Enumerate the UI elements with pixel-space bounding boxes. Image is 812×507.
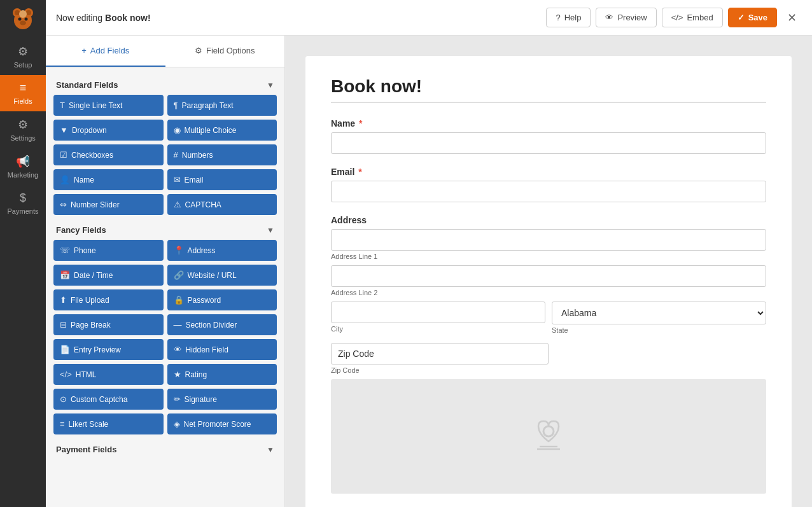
standard-fields-chevron: ▼ xyxy=(267,81,274,90)
fancy-fields-title: Fancy Fields xyxy=(56,225,106,235)
hidden-field-label: Hidden Field xyxy=(186,345,228,354)
field-html[interactable]: </> HTML xyxy=(53,364,164,385)
name-label-text: Name xyxy=(331,118,355,128)
address-icon: 📍 xyxy=(174,246,184,255)
address-city-wrapper: City xyxy=(331,302,545,339)
name-icon: 👤 xyxy=(60,175,70,184)
preview-button[interactable]: 👁 Preview xyxy=(596,8,656,27)
field-entry-preview[interactable]: 📄 Entry Preview xyxy=(53,339,164,360)
address-city-input[interactable] xyxy=(331,302,545,323)
setup-icon: ⚙ xyxy=(18,45,28,59)
field-multiple-choice[interactable]: ◉ Multiple Choice xyxy=(167,120,277,141)
name-input[interactable] xyxy=(331,132,766,154)
signature-label: Signature xyxy=(185,395,217,404)
field-number-slider[interactable]: ⇔ Number Slider xyxy=(53,194,164,215)
field-options-icon: ⚙ xyxy=(195,46,202,55)
top-bar-actions: ? Help 👁 Preview </> Embed ✓ Save ✕ xyxy=(546,8,802,27)
file-upload-label: File Upload xyxy=(71,296,109,305)
svg-point-5 xyxy=(18,18,22,21)
field-rating[interactable]: ★ Rating xyxy=(167,364,277,385)
field-signature[interactable]: ✏ Signature xyxy=(167,389,277,410)
fields-scroll[interactable]: Standard Fields ▼ T Single Line Text ¶ P… xyxy=(46,67,284,507)
standard-fields-grid: T Single Line Text ¶ Paragraph Text ▼ Dr… xyxy=(53,95,277,215)
captcha-icon: ⚠ xyxy=(174,200,181,209)
map-icon xyxy=(528,416,569,457)
form-field-email: Email * xyxy=(331,167,766,202)
help-label: Help xyxy=(564,13,582,22)
field-numbers[interactable]: # Numbers xyxy=(167,144,277,165)
field-custom-captcha[interactable]: ⊙ Custom Captcha xyxy=(53,389,164,410)
field-email[interactable]: ✉ Email xyxy=(167,169,277,190)
address-line1-sublabel: Address Line 1 xyxy=(331,253,766,260)
close-button[interactable]: ✕ xyxy=(782,8,802,27)
field-website-url[interactable]: 🔗 Website / URL xyxy=(167,265,277,286)
datetime-label: Date / Time xyxy=(74,271,113,280)
tab-add-fields[interactable]: + Add Fields xyxy=(46,36,165,67)
address-zip-input[interactable] xyxy=(331,343,549,365)
custom-captcha-icon: ⊙ xyxy=(60,394,67,404)
captcha-label: CAPTCHA xyxy=(185,200,221,209)
sidebar-item-fields[interactable]: ≡ Fields xyxy=(0,75,46,111)
sidebar-label-payments: Payments xyxy=(8,207,39,215)
field-checkboxes[interactable]: ☑ Checkboxes xyxy=(53,144,164,165)
fields-icon: ≡ xyxy=(20,81,27,95)
field-address[interactable]: 📍 Address xyxy=(167,240,277,261)
address-map-placeholder xyxy=(331,379,766,494)
preview-label: Preview xyxy=(617,13,647,22)
fancy-fields-chevron: ▼ xyxy=(267,226,274,235)
email-input[interactable] xyxy=(331,181,766,202)
website-url-label: Website / URL xyxy=(188,271,237,280)
standard-fields-header[interactable]: Standard Fields ▼ xyxy=(53,75,277,95)
field-password[interactable]: 🔒 Password xyxy=(167,289,277,310)
email-label-text: Email xyxy=(331,167,354,177)
section-divider-label: Section Divider xyxy=(186,321,237,330)
address-line2-sublabel: Address Line 2 xyxy=(331,289,766,296)
field-dropdown[interactable]: ▼ Dropdown xyxy=(53,120,164,141)
number-slider-label: Number Slider xyxy=(71,200,120,209)
sidebar-item-setup[interactable]: ⚙ Setup xyxy=(0,38,46,75)
field-phone[interactable]: ☏ Phone xyxy=(53,240,164,261)
field-name[interactable]: 👤 Name xyxy=(53,169,164,190)
field-hidden-field[interactable]: 👁 Hidden Field xyxy=(167,339,277,360)
add-fields-icon: + xyxy=(81,46,87,55)
sidebar-item-payments[interactable]: $ Payments xyxy=(0,185,46,221)
field-page-break[interactable]: ⊟ Page Break xyxy=(53,314,164,335)
number-slider-icon: ⇔ xyxy=(60,200,67,209)
sidebar-label-fields: Fields xyxy=(13,97,32,105)
field-datetime[interactable]: 📅 Date / Time xyxy=(53,265,164,286)
single-line-text-label: Single Line Text xyxy=(69,101,123,110)
address-line1-input[interactable] xyxy=(331,229,766,251)
field-captcha[interactable]: ⚠ CAPTCHA xyxy=(167,194,277,215)
email-field-label: Email * xyxy=(331,167,766,177)
field-single-line-text[interactable]: T Single Line Text xyxy=(53,95,164,116)
email-label: Email xyxy=(185,176,204,184)
panel-tabs: + Add Fields ⚙ Field Options xyxy=(46,36,284,67)
numbers-label: Numbers xyxy=(182,151,213,160)
help-button[interactable]: ? Help xyxy=(546,8,591,27)
payment-fields-header[interactable]: Payment Fields ▼ xyxy=(53,440,277,459)
address-line2-input[interactable] xyxy=(331,265,766,287)
standard-fields-title: Standard Fields xyxy=(56,80,118,90)
field-likert-scale[interactable]: ≡ Likert Scale xyxy=(53,413,164,434)
save-label: Save xyxy=(748,13,767,22)
field-net-promoter-score[interactable]: ◈ Net Promoter Score xyxy=(167,413,277,434)
section-divider-icon: — xyxy=(174,320,182,330)
help-icon: ? xyxy=(556,13,560,22)
svg-point-8 xyxy=(19,10,27,18)
svg-point-9 xyxy=(543,426,554,436)
field-section-divider[interactable]: — Section Divider xyxy=(167,314,277,335)
address-state-select[interactable]: Alabama Alaska Arizona xyxy=(552,302,766,324)
field-paragraph-text[interactable]: ¶ Paragraph Text xyxy=(167,95,277,116)
checkboxes-icon: ☑ xyxy=(60,150,67,160)
sidebar-item-marketing[interactable]: 📢 Marketing xyxy=(0,148,46,185)
embed-button[interactable]: </> Embed xyxy=(662,8,723,27)
payment-fields-title: Payment Fields xyxy=(56,445,116,454)
dropdown-label: Dropdown xyxy=(72,126,107,135)
fancy-fields-header[interactable]: Fancy Fields ▼ xyxy=(53,220,277,240)
sidebar-item-settings[interactable]: ⚙ Settings xyxy=(0,111,46,148)
save-button[interactable]: ✓ Save xyxy=(728,8,777,27)
preview-icon: 👁 xyxy=(605,13,613,22)
tab-field-options[interactable]: ⚙ Field Options xyxy=(165,36,285,67)
field-file-upload[interactable]: ⬆ File Upload xyxy=(53,289,164,310)
phone-icon: ☏ xyxy=(60,246,70,255)
